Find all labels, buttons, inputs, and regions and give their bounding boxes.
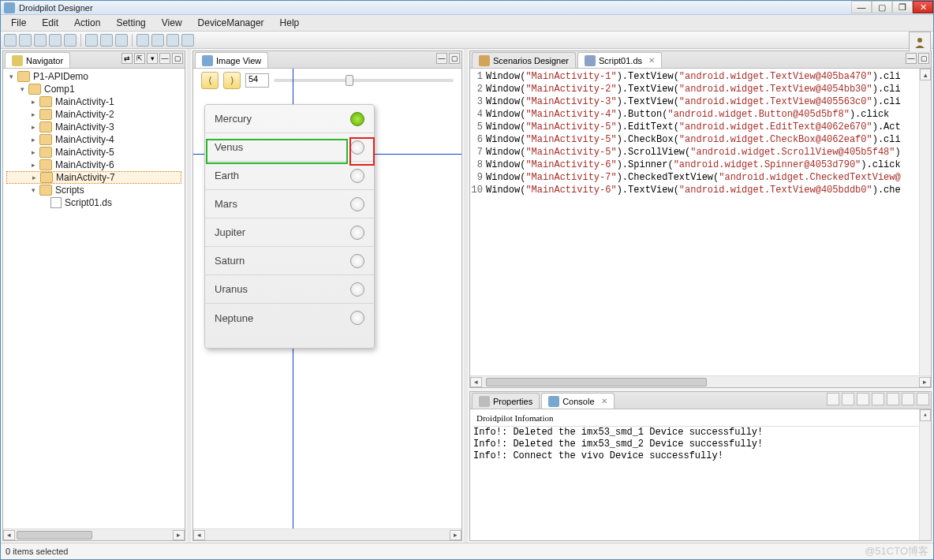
tab-script01[interactable]: Script01.ds ✕ xyxy=(577,52,662,68)
export-icon[interactable] xyxy=(49,34,62,47)
menu-dropdown-icon[interactable]: ▾ xyxy=(147,53,158,64)
perspective-button[interactable] xyxy=(909,32,931,54)
stop-icon[interactable] xyxy=(151,34,164,47)
code-line[interactable]: 1Window("MainActivity-1").TextView("andr… xyxy=(470,70,931,83)
restore-button[interactable]: ▢ xyxy=(872,1,892,13)
maximize-pane-icon[interactable]: ▢ xyxy=(449,53,460,64)
menu-view[interactable]: View xyxy=(155,16,189,30)
open-icon[interactable] xyxy=(19,34,32,47)
radio-icon[interactable] xyxy=(350,226,364,240)
tree-activity[interactable]: ▸MainActivity-6 xyxy=(6,159,181,171)
open-console-menu-icon[interactable] xyxy=(887,393,899,405)
tree-activity[interactable]: ▸MainActivity-3 xyxy=(6,121,181,133)
scroll-up-icon[interactable]: ▴ xyxy=(920,69,931,80)
planet-row[interactable]: Saturn xyxy=(205,247,374,275)
code-line[interactable]: 5Window("MainActivity-5").EditText("andr… xyxy=(470,121,931,133)
close-button[interactable]: ✕ xyxy=(913,1,933,13)
minimize-pane-icon[interactable]: — xyxy=(906,53,917,64)
minimize-pane-icon[interactable]: — xyxy=(159,53,170,64)
menu-file[interactable]: File xyxy=(5,16,32,30)
code-line[interactable]: 8Window("MainActivity-6").Spinner("andro… xyxy=(470,159,931,171)
editor-vscroll[interactable]: ▴ xyxy=(919,69,931,375)
display-selected-icon[interactable] xyxy=(872,393,884,405)
code-line[interactable]: 10Window("MainActivity-6").TextView("and… xyxy=(470,184,931,196)
minimize-button[interactable]: — xyxy=(851,1,872,13)
minimize-pane-icon[interactable] xyxy=(902,393,914,405)
tree-scripts-folder[interactable]: ▾Scripts xyxy=(6,184,181,196)
scroll-left-icon[interactable]: ◂ xyxy=(193,530,205,540)
menu-edit[interactable]: Edit xyxy=(35,16,65,30)
inspect-icon[interactable] xyxy=(181,34,194,47)
scroll-left-icon[interactable]: ◂ xyxy=(3,530,15,540)
planet-row[interactable]: Neptune xyxy=(205,304,374,332)
editor-hscroll[interactable]: ◂ ▸ xyxy=(470,375,931,387)
close-tab-icon[interactable]: ✕ xyxy=(648,56,655,65)
tab-scenarios-designer[interactable]: Scenarios Designer xyxy=(472,52,576,68)
code-line[interactable]: 3Window("MainActivity-3").TextView("andr… xyxy=(470,95,931,108)
radio-icon[interactable] xyxy=(350,254,364,268)
menu-devicemanager[interactable]: DeviceManager xyxy=(192,16,271,30)
record-icon[interactable] xyxy=(166,34,179,47)
tree-activity[interactable]: ▸MainActivity-5 xyxy=(6,146,181,159)
radio-icon[interactable] xyxy=(350,112,364,126)
scroll-right-icon[interactable]: ▸ xyxy=(450,530,461,540)
new-icon[interactable] xyxy=(4,34,17,47)
code-line[interactable]: 9Window("MainActivity-7").CheckedTextVie… xyxy=(470,171,931,184)
maximize-pane-icon[interactable]: ▢ xyxy=(918,53,929,64)
radio-icon[interactable] xyxy=(350,282,364,297)
menu-action[interactable]: Action xyxy=(68,16,106,30)
code-line[interactable]: 2Window("MainActivity-2").TextView("andr… xyxy=(470,83,931,95)
planet-row[interactable]: Mars xyxy=(205,190,374,218)
prev-frame-button[interactable]: ⟨ xyxy=(201,72,219,89)
scroll-right-icon[interactable]: ▸ xyxy=(173,530,185,540)
scroll-up-icon[interactable]: ▴ xyxy=(920,409,931,421)
radio-icon[interactable] xyxy=(350,197,364,211)
code-editor[interactable]: 1Window("MainActivity-1").TextView("andr… xyxy=(470,69,931,198)
planet-row[interactable]: Mercury xyxy=(205,105,374,133)
tab-properties[interactable]: Properties xyxy=(472,393,540,409)
sash-left[interactable] xyxy=(187,49,191,543)
code-line[interactable]: 7Window("MainActivity-5").ScrollView("an… xyxy=(470,146,931,159)
navigator-hscroll[interactable]: ◂ ▸ xyxy=(3,528,185,540)
clear-console-icon[interactable] xyxy=(827,393,839,405)
console-output[interactable]: Droidpilot Infomation Info!: Deleted the… xyxy=(470,409,931,540)
delete-icon[interactable] xyxy=(115,34,128,47)
project-tree[interactable]: ▾P1-APIDemo▾Comp1▸MainActivity-1▸MainAct… xyxy=(3,69,185,211)
slider-thumb[interactable] xyxy=(346,75,353,86)
tree-activity[interactable]: ▸MainActivity-2 xyxy=(6,108,181,121)
copy-icon[interactable] xyxy=(85,34,98,47)
menu-setting[interactable]: Setting xyxy=(110,16,151,30)
maximize-button[interactable]: ❐ xyxy=(892,1,913,13)
tree-activity[interactable]: ▸MainActivity-7 xyxy=(6,171,181,184)
planet-row[interactable]: Uranus xyxy=(205,275,374,304)
console-vscroll[interactable]: ▴ xyxy=(919,409,931,540)
maximize-pane-icon[interactable]: ▢ xyxy=(172,53,183,64)
tab-navigator[interactable]: Navigator xyxy=(5,52,70,68)
planet-row[interactable]: Earth xyxy=(205,162,374,190)
scroll-right-icon[interactable]: ▸ xyxy=(919,377,931,387)
paste-icon[interactable] xyxy=(100,34,113,47)
code-line[interactable]: 4Window("MainActivity-4").Button("androi… xyxy=(470,108,931,121)
pin-console-icon[interactable] xyxy=(857,393,869,405)
imageview-hscroll[interactable]: ◂ ▸ xyxy=(193,528,461,540)
tree-activity[interactable]: ▸MainActivity-1 xyxy=(6,95,181,108)
code-line[interactable]: 6Window("MainActivity-5").CheckBox("andr… xyxy=(470,133,931,146)
tree-root[interactable]: ▾P1-APIDemo xyxy=(6,70,181,83)
lock-scroll-icon[interactable] xyxy=(842,393,854,405)
close-tab-icon[interactable]: ✕ xyxy=(601,397,607,405)
radio-icon[interactable] xyxy=(350,169,364,183)
minimize-pane-icon[interactable]: — xyxy=(436,53,447,64)
planet-row[interactable]: Jupiter xyxy=(205,218,374,247)
import-icon[interactable] xyxy=(34,34,47,47)
menu-help[interactable]: Help xyxy=(274,16,306,30)
radio-icon[interactable] xyxy=(350,311,364,325)
next-frame-button[interactable]: ⟩ xyxy=(223,72,241,89)
scroll-left-icon[interactable]: ◂ xyxy=(470,377,482,387)
maximize-pane-icon[interactable] xyxy=(917,393,929,405)
frame-slider[interactable] xyxy=(274,79,454,82)
collapse-icon[interactable]: ⇱ xyxy=(134,53,145,64)
tree-activity[interactable]: ▸MainActivity-4 xyxy=(6,133,181,146)
tree-comp[interactable]: ▾Comp1 xyxy=(6,83,181,95)
tab-image-view[interactable]: Image View xyxy=(195,52,268,68)
tab-console[interactable]: Console ✕ xyxy=(541,393,614,409)
